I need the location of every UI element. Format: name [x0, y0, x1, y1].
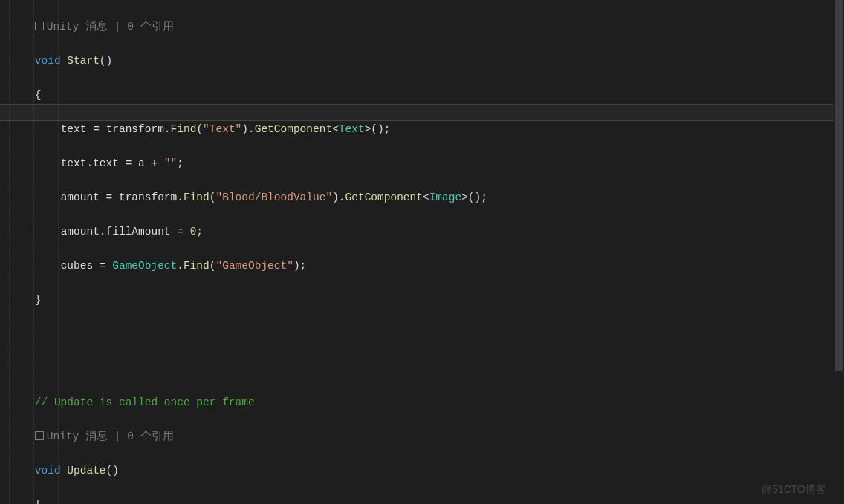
code-editor[interactable]: Unity 消息 | 0 个引用 void Start() { text = t…: [0, 0, 844, 504]
code-line[interactable]: void Start(): [9, 53, 844, 70]
code-line[interactable]: // Update is called once per frame: [9, 394, 844, 411]
code-lens-update[interactable]: Unity 消息 | 0 个引用: [9, 428, 844, 445]
code-line[interactable]: amount.fillAmount = 0;: [9, 223, 844, 240]
vertical-scrollbar[interactable]: [834, 0, 844, 504]
code-line[interactable]: {: [9, 497, 844, 504]
code-lens-start[interactable]: Unity 消息 | 0 个引用: [9, 19, 844, 36]
cube-icon: [35, 431, 44, 440]
code-line[interactable]: }: [9, 292, 844, 309]
scroll-thumb[interactable]: [835, 0, 843, 371]
watermark: @51CTO博客: [762, 481, 826, 498]
code-line[interactable]: [9, 326, 844, 343]
cube-icon: [35, 22, 44, 30]
code-line[interactable]: text = transform.Find("Text").GetCompone…: [9, 121, 844, 138]
code-line[interactable]: void Update(): [9, 462, 844, 480]
code-line[interactable]: [9, 360, 844, 377]
code-line[interactable]: amount = transform.Find("Blood/BloodValu…: [9, 189, 844, 206]
code-line[interactable]: cubes = GameObject.Find("GameObject");: [9, 258, 844, 275]
code-line[interactable]: text.text = a + "";: [9, 155, 844, 172]
code-line[interactable]: {: [9, 87, 844, 104]
